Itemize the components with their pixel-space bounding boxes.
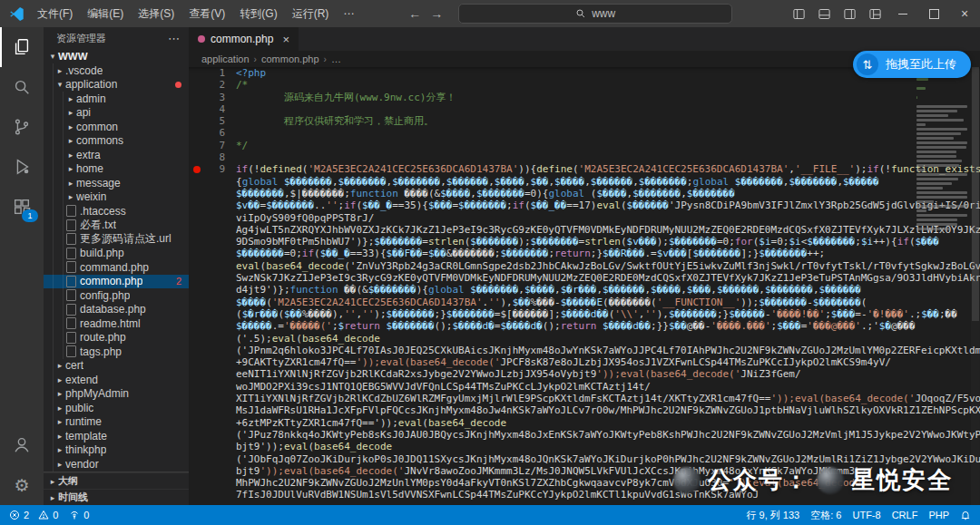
gutter-line-number[interactable]: 9 xyxy=(189,163,236,175)
gutter-line-number[interactable] xyxy=(189,393,236,404)
outline-section[interactable]: ▸ 大纲 xyxy=(44,472,189,489)
gutter-line-number[interactable] xyxy=(189,381,236,393)
gutter-line-number[interactable] xyxy=(189,297,236,308)
gutter-line-number[interactable] xyxy=(189,489,236,501)
tree-file-必看.txt[interactable]: 必看.txt xyxy=(44,219,189,233)
tree-folder-message[interactable]: ▸message xyxy=(44,176,189,190)
gutter-line-number[interactable] xyxy=(189,453,236,465)
status-item-4[interactable]: PHP xyxy=(928,510,949,520)
gutter-line-number[interactable] xyxy=(189,465,236,477)
upload-button[interactable]: ⇅ 拖拽至此上传 xyxy=(853,51,971,78)
gutter-line-number[interactable]: 4 xyxy=(189,103,236,115)
code-line[interactable]: eval(base64_decode('ZnVuY3Rpb24g3aCR0LGm… xyxy=(189,260,980,272)
tab-close-icon[interactable]: × xyxy=(282,33,289,46)
code-line[interactable]: d4jt9')};function ��(&$�������){global $… xyxy=(189,284,980,296)
gutter-line-number[interactable]: 1 xyxy=(189,67,236,79)
code-line[interactable]: $v��=$�������..'';if($��_�==35){$���=$��… xyxy=(189,199,980,211)
code-line[interactable]: 4 xyxy=(189,103,980,115)
extensions-icon[interactable]: 1 xyxy=(0,187,44,227)
code-line[interactable]: {global $�������,$�������,$�������,$����… xyxy=(189,176,980,188)
code-area[interactable]: 1<?php2/*3 源码来自九牛网(www.9nw.cc)分享！45 程序仅供… xyxy=(189,67,980,505)
gutter-line-number[interactable] xyxy=(189,320,236,332)
nav-forward-icon[interactable]: → xyxy=(426,3,447,24)
tree-file-readme.html[interactable]: readme.html xyxy=(44,316,189,331)
tab-common-php[interactable]: common.php × xyxy=(189,27,299,51)
tree-folder-thinkphp[interactable]: ▸thinkphp xyxy=(44,443,189,458)
problems-indicator[interactable]: 2 0 xyxy=(9,510,58,520)
code-line[interactable]: $�����.='�����(';$return $�������();$���… xyxy=(189,320,980,332)
tree-folder-application[interactable]: ▾application xyxy=(44,78,189,92)
tree-file-build.php[interactable]: build.php xyxy=(44,247,189,261)
code-line[interactable]: 5 程序仅供研究和学习，禁止商用。 xyxy=(189,115,980,127)
gutter-line-number[interactable] xyxy=(189,429,236,441)
code-line[interactable]: $�������,$|�������;function ����(&$����,… xyxy=(189,188,980,199)
tree-file-.htaccess[interactable]: .htaccess xyxy=(44,204,189,219)
menu-item-3[interactable]: 查看(V) xyxy=(181,0,232,27)
breadcrumb-item-1[interactable]: common.php xyxy=(261,53,319,64)
explorer-icon[interactable] xyxy=(0,27,44,67)
tree-file-command.php[interactable]: command.php xyxy=(44,260,189,275)
gutter-line-number[interactable] xyxy=(189,356,236,368)
tree-folder-weixin[interactable]: ▸weixin xyxy=(44,190,189,205)
vertical-scrollbar[interactable] xyxy=(971,67,980,505)
gutter-line-number[interactable] xyxy=(189,260,236,272)
toggle-panel-icon[interactable] xyxy=(811,0,837,27)
gutter-line-number[interactable] xyxy=(189,308,236,320)
code-line[interactable]: +6ztMPzKTtyZXR1cm47fQ=='));eval(base64_d… xyxy=(189,417,980,429)
gutter-line-number[interactable] xyxy=(189,417,236,429)
gutter-line-number[interactable] xyxy=(189,199,236,211)
gutter-line-number[interactable] xyxy=(189,404,236,416)
tree-file-route.php[interactable]: route.php xyxy=(44,331,189,345)
gutter-line-number[interactable] xyxy=(189,224,236,236)
menu-item-4[interactable]: 转到(G) xyxy=(232,0,284,27)
gutter-line-number[interactable] xyxy=(189,248,236,259)
menu-item-5[interactable]: 运行(R) xyxy=(285,0,337,27)
tree-folder-home[interactable]: ▸home xyxy=(44,162,189,177)
code-line[interactable]: 2/* xyxy=(189,79,980,91)
breakpoint-icon[interactable] xyxy=(193,166,201,173)
code-line[interactable]: woJMDO2PXi39csJ1NTQ1QEBG5WVVJdVFQnLCSp44… xyxy=(189,381,980,393)
tree-folder-.vscode[interactable]: ▸.vscode xyxy=(44,63,189,78)
code-line[interactable]: 9DSmo9bMF0tPm5hbWU7')};$�������=strlen($… xyxy=(189,236,980,248)
status-item-0[interactable]: 行 9, 列 133 xyxy=(747,509,800,522)
gutter-line-number[interactable] xyxy=(189,176,236,188)
tree-file-config.php[interactable]: config.php xyxy=(44,288,189,303)
gutter-line-number[interactable] xyxy=(189,333,236,345)
tree-file-更多源码请点这.url[interactable]: 更多源码请点这.url xyxy=(44,232,189,247)
code-line[interactable]: Ag4jwLT5nZXRQYXJhbWV0ZXJzKCk7JKzZ1JeP3eI… xyxy=(189,224,980,236)
code-line[interactable]: $����('M2A5E3EC2A241CEC25E636DCA6D1437BA… xyxy=(189,297,980,308)
account-icon[interactable] xyxy=(0,425,44,465)
menu-item-6[interactable]: ⋯ xyxy=(336,0,361,27)
toggle-secondary-sidebar-icon[interactable] xyxy=(837,0,862,27)
tree-folder-common[interactable]: ▸common xyxy=(44,120,189,134)
tree-folder-public[interactable]: ▸public xyxy=(44,401,189,415)
ports-indicator[interactable]: 0 xyxy=(69,510,89,520)
status-item-2[interactable]: UTF-8 xyxy=(852,510,880,520)
tree-folder-extra[interactable]: ▸extra xyxy=(44,148,189,162)
breadcrumb-item-2[interactable]: … xyxy=(331,53,341,64)
code-line[interactable]: bjt9'));eval(base64_decode xyxy=(189,441,980,452)
gutter-line-number[interactable]: 8 xyxy=(189,151,236,163)
run-debug-icon[interactable] xyxy=(0,147,44,187)
code-line[interactable]: ('JPuz78nkkq4oJKWtyPeb8sKsJ0JAU0JBQycsJK… xyxy=(189,429,980,441)
tree-folder-extend[interactable]: ▸extend xyxy=(44,373,189,387)
tree-folder-template[interactable]: ▸template xyxy=(44,429,189,443)
minimap[interactable] xyxy=(916,69,969,232)
gutter-line-number[interactable] xyxy=(189,441,236,452)
code-line[interactable]: $�������=0;if($��_�==33){$��F��=$��&����… xyxy=(189,248,980,259)
tree-folder-commons[interactable]: ▸commons xyxy=(44,134,189,149)
gutter-line-number[interactable] xyxy=(189,212,236,224)
explorer-more-actions-icon[interactable]: ⋯ xyxy=(168,32,180,45)
tree-file-database.php[interactable]: database.php xyxy=(44,303,189,317)
code-line[interactable]: +9CAKTtyZXR1cm47fQ=='));eval(base64_deco… xyxy=(189,356,980,368)
tree-folder-phpMyAdmin[interactable]: ▸phpMyAdmin xyxy=(44,387,189,402)
notifications-bell-icon[interactable] xyxy=(960,510,971,520)
tree-folder-admin[interactable]: ▸admin xyxy=(44,92,189,106)
close-button[interactable]: × xyxy=(949,0,980,27)
gutter-line-number[interactable] xyxy=(189,272,236,284)
code-line[interactable]: ('.5);eval(base64_decode xyxy=(189,333,980,345)
search-sidebar-icon[interactable] xyxy=(0,67,44,107)
code-line[interactable]: 7fIsJ0JDUlVuRVdBW1NSUm1sVl5dVVNSXFwnLCSp… xyxy=(189,489,980,501)
source-control-icon[interactable] xyxy=(0,107,44,147)
code-line[interactable]: bjt9'));eval(base64_decode('JNvVr8awoZoo… xyxy=(189,465,980,477)
